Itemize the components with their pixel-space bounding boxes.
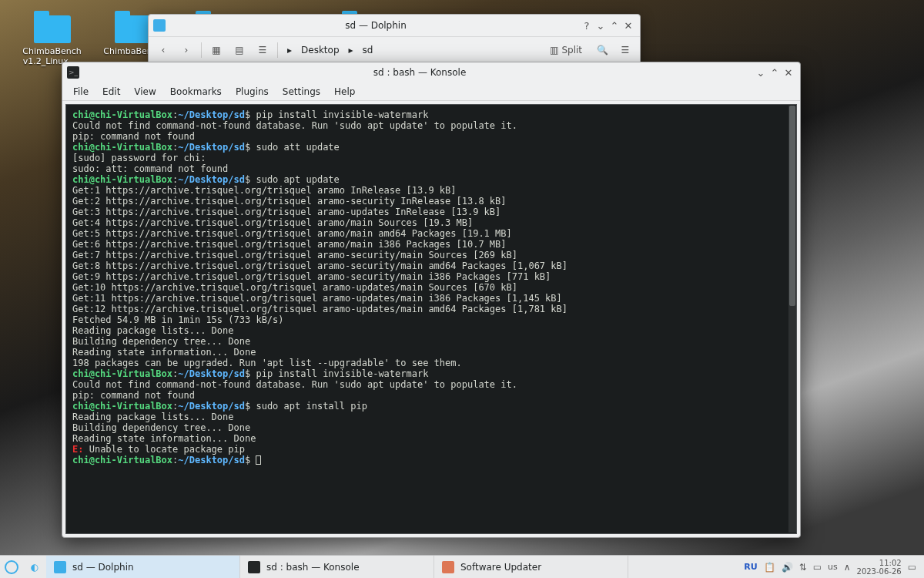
crumb-sep: ▸ bbox=[346, 43, 357, 57]
desktop-folder[interactable]: ChimbaBench v1.2_Linux_… bbox=[15, 15, 89, 66]
minimize-button[interactable]: ⌄ bbox=[754, 67, 768, 79]
menu-bookmarks[interactable]: Bookmarks bbox=[164, 84, 228, 99]
tray-chevron-icon[interactable]: ∧ bbox=[844, 562, 851, 573]
clock-date: 2023-06-26 bbox=[857, 567, 902, 576]
menu-view[interactable]: View bbox=[128, 84, 162, 99]
network-icon[interactable]: ⇅ bbox=[799, 562, 807, 573]
clock-time: 11:02 bbox=[857, 559, 902, 567]
activity-button[interactable]: ◐ bbox=[23, 556, 46, 578]
hamburger-menu-icon[interactable]: ☰ bbox=[617, 42, 634, 59]
system-tray: RU 📋 🔊 ⇅ ▭ us ∧ 11:02 2023-06-26 ▭ bbox=[736, 556, 924, 578]
dolphin-icon bbox=[54, 561, 66, 573]
task-software-updater[interactable]: Software Updater bbox=[434, 556, 628, 578]
close-button[interactable]: ✕ bbox=[782, 67, 795, 79]
breadcrumb[interactable]: ▸ Desktop ▸ sd bbox=[284, 43, 376, 57]
konsole-title: sd : bash — Konsole bbox=[85, 67, 754, 78]
terminal-scrollbar[interactable] bbox=[788, 106, 796, 533]
details-view-button[interactable]: ☰ bbox=[254, 42, 271, 59]
crumb-desktop[interactable]: Desktop bbox=[298, 43, 343, 57]
updater-icon bbox=[442, 561, 454, 573]
notifications-icon[interactable]: ▭ bbox=[813, 562, 822, 573]
crumb-sep: ▸ bbox=[284, 43, 295, 57]
menu-help[interactable]: Help bbox=[328, 84, 361, 99]
konsole-icon: >_ bbox=[67, 66, 79, 79]
konsole-window[interactable]: >_ sd : bash — Konsole ⌄ ⌃ ✕ File Edit V… bbox=[62, 62, 801, 538]
menu-settings[interactable]: Settings bbox=[276, 84, 326, 99]
crumb-sd[interactable]: sd bbox=[360, 43, 377, 57]
menu-plugins[interactable]: Plugins bbox=[229, 84, 275, 99]
taskbar: ◐ sd — Dolphin sd : bash — Konsole Softw… bbox=[0, 555, 924, 578]
volume-icon[interactable]: 🔊 bbox=[782, 562, 793, 573]
task-konsole[interactable]: sd : bash — Konsole bbox=[240, 556, 434, 578]
menu-edit[interactable]: Edit bbox=[96, 84, 126, 99]
app-launcher[interactable] bbox=[0, 556, 23, 578]
clipboard-icon[interactable]: 📋 bbox=[764, 562, 775, 573]
forward-button[interactable]: › bbox=[178, 42, 195, 59]
task-label: sd : bash — Konsole bbox=[266, 562, 360, 573]
minimize-button[interactable]: ⌄ bbox=[594, 20, 608, 32]
launcher-icon bbox=[5, 560, 18, 574]
keyboard-layout-us[interactable]: us bbox=[828, 562, 838, 572]
dolphin-titlebar[interactable]: sd — Dolphin ? ⌄ ⌃ ✕ bbox=[149, 15, 640, 36]
konsole-icon bbox=[248, 561, 260, 573]
task-label: Software Updater bbox=[460, 562, 541, 573]
keyboard-layout-ru[interactable]: RU bbox=[744, 562, 757, 572]
scrollbar-thumb[interactable] bbox=[789, 106, 795, 306]
dolphin-icon bbox=[153, 19, 166, 32]
separator bbox=[201, 42, 202, 58]
konsole-menubar: File Edit View Bookmarks Plugins Setting… bbox=[62, 82, 800, 101]
help-button[interactable]: ? bbox=[580, 20, 594, 32]
close-button[interactable]: ✕ bbox=[621, 20, 635, 32]
maximize-button[interactable]: ⌃ bbox=[768, 67, 782, 79]
task-dolphin[interactable]: sd — Dolphin bbox=[46, 556, 240, 578]
maximize-button[interactable]: ⌃ bbox=[608, 20, 621, 32]
konsole-titlebar[interactable]: >_ sd : bash — Konsole ⌄ ⌃ ✕ bbox=[62, 62, 800, 82]
show-desktop-icon[interactable]: ▭ bbox=[908, 562, 916, 573]
dolphin-toolbar: ‹ › ▦ ▤ ☰ ▸ Desktop ▸ sd ▥ Split 🔍 ☰ bbox=[149, 36, 640, 62]
clock[interactable]: 11:02 2023-06-26 bbox=[857, 559, 902, 576]
split-button[interactable]: ▥ Split bbox=[544, 42, 588, 59]
task-label: sd — Dolphin bbox=[72, 562, 134, 573]
icons-view-button[interactable]: ▦ bbox=[208, 42, 225, 59]
terminal-output[interactable]: chi@chi-VirtualBox:~/Desktop/sd$ pip ins… bbox=[65, 104, 797, 534]
search-icon[interactable]: 🔍 bbox=[594, 42, 611, 59]
menu-file[interactable]: File bbox=[67, 84, 95, 99]
separator bbox=[277, 42, 278, 58]
dolphin-title: sd — Dolphin bbox=[172, 20, 580, 31]
back-button[interactable]: ‹ bbox=[155, 42, 172, 59]
compact-view-button[interactable]: ▤ bbox=[231, 42, 248, 59]
